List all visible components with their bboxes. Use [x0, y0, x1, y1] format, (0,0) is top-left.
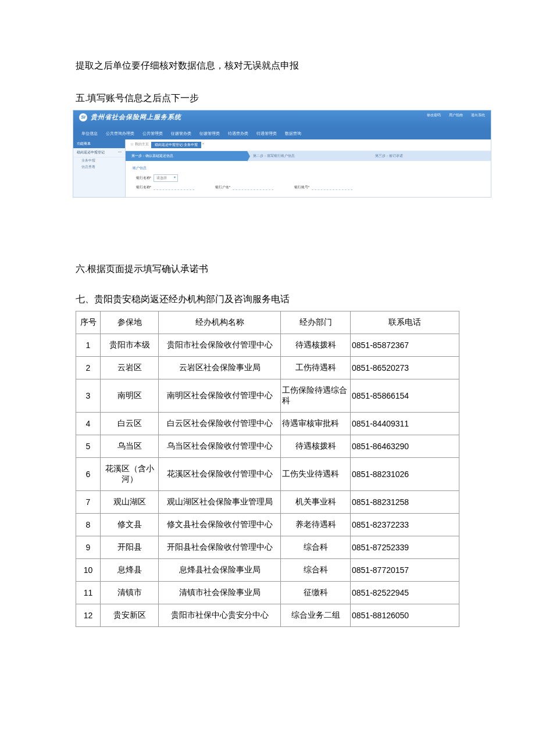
app-header: SI 贵州省社会保险网上服务系统 修改密码 用户指南 退出系统	[73, 110, 491, 129]
cell-loc: 贵安新区	[101, 604, 159, 627]
cell-loc: 观山湖区	[101, 491, 159, 514]
table-row: 6花溪区（含小河）花溪区社会保险收付管理中心工伤失业待遇科0851-882310…	[76, 458, 459, 491]
th-phone: 联系电话	[351, 311, 459, 334]
cell-phone: 0851-86463290	[351, 435, 459, 458]
acct-num-label: 银行账号*	[291, 185, 309, 190]
nav-item[interactable]: 待遇查办类	[228, 131, 248, 137]
cell-org: 修文县社会保险收付管理中心	[159, 514, 281, 536]
cell-dept: 综合科	[281, 536, 351, 559]
link-user-guide[interactable]: 用户指南	[449, 113, 463, 118]
section7-title: 七、贵阳贵安稳岗返还经办机构部门及咨询服务电话	[76, 292, 459, 307]
cell-dept: 工伤待遇科	[281, 357, 351, 379]
table-row: 8修文县修文县社会保险收付管理中心养老待遇科0851-82372233	[76, 514, 459, 536]
section6-title: 六.根据页面提示填写确认承诺书	[76, 261, 459, 277]
nav-item[interactable]: 公共管理类	[142, 131, 163, 137]
cell-loc: 乌当区	[101, 435, 159, 458]
step-1[interactable]: 第一步：确认基础返还信息	[126, 151, 247, 161]
bank-field-input[interactable]	[154, 184, 194, 190]
nav-item[interactable]: 公共查询办理类	[106, 131, 134, 137]
bank-name-label: 银行名称*	[133, 175, 151, 181]
step-2[interactable]: 第二步：填写银行账户信息	[247, 151, 369, 161]
cell-phone: 0851-88126050	[351, 604, 459, 627]
cell-dept: 综合科	[281, 559, 351, 582]
cell-org: 乌当区社会保险收付管理中心	[159, 435, 281, 458]
link-change-password[interactable]: 修改密码	[427, 113, 441, 118]
cell-org: 贵阳市社保中心贵安分中心	[159, 604, 281, 627]
cell-seq: 10	[76, 559, 101, 582]
cell-phone: 0851-88231026	[351, 458, 459, 491]
app-sidebar: 功能菜单 稳岗返还申报登记 — 业务申报 信息查看	[73, 139, 126, 197]
nav-item[interactable]: 单位信息	[81, 131, 98, 137]
close-tab-icon[interactable]: ×	[202, 142, 205, 148]
cell-org: 贵阳市社会保险收付管理中心	[159, 334, 281, 357]
bank-name-select[interactable]: 请选择	[154, 174, 178, 182]
cell-seq: 12	[76, 604, 101, 627]
cell-seq: 11	[76, 582, 101, 604]
cell-loc: 息烽县	[101, 559, 159, 582]
cell-seq: 1	[76, 334, 101, 357]
breadcrumb-home[interactable]: ☆ 我的主页	[130, 142, 149, 148]
cell-seq: 9	[76, 536, 101, 559]
cell-dept: 养老待遇科	[281, 514, 351, 536]
acct-name-input[interactable]	[233, 184, 273, 190]
cell-dept: 待遇核拨科	[281, 334, 351, 357]
table-row: 2云岩区云岩区社会保险事业局工伤待遇科0851-86520273	[76, 357, 459, 379]
cell-phone: 0851-86520273	[351, 357, 459, 379]
app-screenshot: SI 贵州省社会保险网上服务系统 修改密码 用户指南 退出系统 单位信息 公共查…	[73, 110, 491, 198]
cell-dept: 待遇核拨科	[281, 435, 351, 458]
table-row: 11清镇市清镇市社会保险事业局征缴科0851-82522945	[76, 582, 459, 604]
acct-name-label: 银行户名*	[212, 185, 230, 190]
cell-loc: 开阳县	[101, 536, 159, 559]
cell-org: 南明区社会保险收付管理中心	[159, 379, 281, 413]
nav-item[interactable]: 征缴管理类	[199, 131, 220, 137]
acct-num-input[interactable]	[312, 184, 352, 190]
table-row: 5乌当区乌当区社会保险收付管理中心待遇核拨科0851-86463290	[76, 435, 459, 458]
sidebar-item-label: 稳岗返还申报登记	[77, 150, 105, 155]
cell-seq: 7	[76, 491, 101, 514]
cell-phone: 0851-84409311	[351, 413, 459, 435]
contact-table: 序号 参保地 经办机构名称 经办部门 联系电话 1贵阳市本级贵阳市社会保险收付管…	[76, 311, 459, 627]
app-logo-icon: SI	[79, 113, 87, 121]
cell-phone: 0851-87720157	[351, 559, 459, 582]
sidebar-sub-submit[interactable]: 业务申报	[73, 157, 125, 164]
cell-seq: 3	[76, 379, 101, 413]
th-seq: 序号	[76, 311, 101, 334]
section5-title: 五.填写账号信息之后点下一步	[76, 91, 459, 106]
cell-seq: 6	[76, 458, 101, 491]
cell-dept: 待遇审核审批科	[281, 413, 351, 435]
cell-loc: 修文县	[101, 514, 159, 536]
cell-org: 观山湖区社会保险事业管理局	[159, 491, 281, 514]
cell-loc: 南明区	[101, 379, 159, 413]
cell-org: 花溪区社会保险收付管理中心	[159, 458, 281, 491]
cell-loc: 花溪区（含小河）	[101, 458, 159, 491]
cell-org: 云岩区社会保险事业局	[159, 357, 281, 379]
sidebar-item-wengang[interactable]: 稳岗返还申报登记 —	[73, 148, 125, 157]
cell-dept: 机关事业科	[281, 491, 351, 514]
cell-dept: 征缴科	[281, 582, 351, 604]
cell-seq: 5	[76, 435, 101, 458]
th-loc: 参保地	[101, 311, 159, 334]
table-row: 12贵安新区贵阳市社保中心贵安分中心综合业务二组0851-88126050	[76, 604, 459, 627]
nav-item[interactable]: 数据查询	[285, 131, 301, 137]
bank-field-label: 银行名称*	[133, 185, 151, 190]
step-3[interactable]: 第三步：签订承诺	[369, 151, 491, 161]
cell-phone: 0851-82372233	[351, 514, 459, 536]
table-row: 1贵阳市本级贵阳市社会保险收付管理中心待遇核拨科0851-85872367	[76, 334, 459, 357]
table-row: 9开阳县开阳县社会保险收付管理中心综合科0851-87252339	[76, 536, 459, 559]
table-row: 4白云区白云区社会保险收付管理中心待遇审核审批科0851-84409311	[76, 413, 459, 435]
nav-item[interactable]: 待遇管理类	[256, 131, 277, 137]
link-logout[interactable]: 退出系统	[471, 113, 485, 118]
step-bar: 第一步：确认基础返还信息 第二步：填写银行账户信息 第三步：签订承诺	[126, 151, 491, 161]
app-main: ☆ 我的主页 稳岗返还申报登记-业务申报 × 第一步：确认基础返还信息 第二步：…	[126, 139, 491, 197]
nav-item[interactable]: 征缴管办类	[171, 131, 191, 137]
cell-loc: 白云区	[101, 413, 159, 435]
sidebar-sub-view[interactable]: 信息查看	[73, 164, 125, 170]
cell-dept: 综合业务二组	[281, 604, 351, 627]
th-org: 经办机构名称	[159, 311, 281, 334]
table-row: 7观山湖区观山湖区社会保险事业管理局机关事业科0851-88231258	[76, 491, 459, 514]
cell-org: 清镇市社会保险事业局	[159, 582, 281, 604]
cell-org: 白云区社会保险收付管理中心	[159, 413, 281, 435]
cell-phone: 0851-85872367	[351, 334, 459, 357]
collapse-icon: —	[118, 150, 122, 155]
breadcrumb-active-tab[interactable]: 稳岗返还申报登记-业务申报	[151, 142, 201, 148]
